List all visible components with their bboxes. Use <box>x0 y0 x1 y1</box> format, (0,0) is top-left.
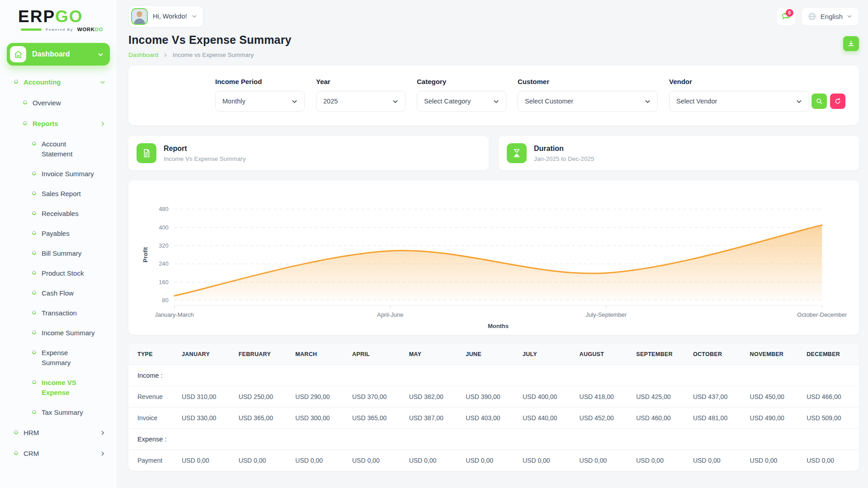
sidebar-item-label: Bill Summary <box>42 249 81 258</box>
x-axis-title: Months <box>488 323 509 329</box>
apply-filter-button[interactable] <box>811 94 827 109</box>
table-column-header: FEBRUARY <box>234 344 291 365</box>
summary-cards: Report Income Vs Expense Summary Duratio… <box>128 136 859 170</box>
main-content: Hi, Workdo! 0 English Income Vs Expense … <box>117 0 868 488</box>
x-tick-label: January-March <box>155 311 194 318</box>
duration-card-subtitle: Jan-2025 to Dec-2025 <box>534 155 594 162</box>
bullet-icon <box>31 141 37 146</box>
sidebar-list: Accounting Overview Reports <box>7 72 110 134</box>
filter-label: Income Period <box>215 78 305 85</box>
sidebar-report-list: Account StatementInvoice SummarySales Re… <box>7 134 110 422</box>
table-column-header: AUGUST <box>575 344 632 365</box>
breadcrumb: Dashboard Income vs Expense Summary <box>128 52 292 58</box>
page-title: Income Vs Expense Summary <box>128 33 292 47</box>
sidebar-item-cash-flow[interactable]: Cash Flow <box>7 283 110 303</box>
breadcrumb-home-link[interactable]: Dashboard <box>128 52 158 58</box>
chevron-down-icon <box>98 52 104 57</box>
sidebar-item-label: Account Statement <box>42 139 72 159</box>
sidebar-item-income-vs-expense[interactable]: Income VS Expense <box>7 373 110 403</box>
table-cell: USD 0,00 <box>632 450 689 471</box>
sidebar-item-expense-summary[interactable]: Expense Summary <box>7 343 110 373</box>
x-tick-label: April-June <box>377 311 403 318</box>
bullet-icon <box>31 349 37 355</box>
sidebar-item-transaction[interactable]: Transaction <box>7 303 110 323</box>
search-icon <box>816 98 823 105</box>
table-cell: USD 0,00 <box>405 450 462 471</box>
messages-button[interactable]: 0 <box>776 7 796 26</box>
table-cell: USD 440,00 <box>518 408 575 429</box>
table-column-header: MAY <box>405 344 462 365</box>
filter-selected-value: Monthly <box>222 98 245 105</box>
table-cell: USD 310,00 <box>177 386 234 408</box>
duration-card-title: Duration <box>534 145 594 153</box>
sidebar-item-product-stock[interactable]: Product Stock <box>7 263 110 283</box>
table-cell: USD 452,00 <box>575 408 632 429</box>
sidebar-item-label: Dashboard <box>32 50 92 58</box>
table-cell: USD 290,00 <box>291 386 348 408</box>
table-section-row: Income : <box>128 365 859 386</box>
bullet-icon <box>31 170 37 176</box>
notification-badge: 0 <box>786 9 793 17</box>
filter-select-customer[interactable]: Select Customer <box>518 91 658 112</box>
sidebar-item-label: Transaction <box>42 308 77 318</box>
filter-select-income-period[interactable]: Monthly <box>215 91 305 112</box>
sidebar-item-label: Tax Summary <box>42 408 83 418</box>
table-cell: USD 382,00 <box>405 386 462 408</box>
sidebar-item-receivables[interactable]: Receivables <box>7 204 110 224</box>
table-cell: USD 509,00 <box>802 408 859 429</box>
sidebar-item-sales-report[interactable]: Sales Report <box>7 184 110 204</box>
sidebar-item-crm[interactable]: CRM <box>7 443 110 464</box>
sidebar-item-account-statement[interactable]: Account Statement <box>7 134 110 164</box>
user-menu[interactable]: Hi, Workdo! <box>128 5 203 28</box>
reset-filter-button[interactable] <box>830 94 845 109</box>
home-icon <box>10 46 26 62</box>
table-column-header: MARCH <box>291 344 348 365</box>
chevron-down-icon <box>796 99 802 104</box>
filter-selected-value: Select Customer <box>525 98 573 105</box>
filter-select-category[interactable]: Select Category <box>417 91 506 112</box>
sidebar-item-reports[interactable]: Reports <box>7 113 110 134</box>
x-tick-label: October-December <box>797 311 847 318</box>
sidebar: ERPGO Powered By WORKDO Dashboard Accoun… <box>0 0 117 488</box>
app-logo[interactable]: ERPGO Powered By WORKDO <box>0 6 117 32</box>
chevron-down-icon <box>192 14 197 19</box>
bullet-icon <box>13 450 19 456</box>
sidebar-item-income-summary[interactable]: Income Summary <box>7 323 110 343</box>
chevron-down-icon <box>100 80 105 85</box>
sidebar-item-accounting[interactable]: Accounting <box>7 72 110 93</box>
sidebar-item-invoice-summary[interactable]: Invoice Summary <box>7 164 110 184</box>
document-icon <box>137 143 156 163</box>
profit-chart: 80160240320400480January-MarchApril-June… <box>138 191 849 331</box>
sidebar-item-label: Payables <box>42 229 70 239</box>
filter-label: Category <box>417 78 506 85</box>
sidebar-item-label: Receivables <box>42 209 79 219</box>
filter-group-vendor: VendorSelect Vendor <box>669 78 809 112</box>
download-button[interactable] <box>843 36 859 51</box>
table-cell: USD 0,00 <box>802 450 859 471</box>
report-card: Report Income Vs Expense Summary <box>128 136 489 170</box>
sidebar-item-bill-summary[interactable]: Bill Summary <box>7 244 110 263</box>
y-tick-label: 160 <box>159 279 169 286</box>
table-cell: USD 0,00 <box>234 450 291 471</box>
filter-select-vendor[interactable]: Select Vendor <box>669 91 809 112</box>
table-cell: USD 437,00 <box>689 386 745 408</box>
avatar <box>131 8 148 25</box>
sidebar-item-overview[interactable]: Overview <box>7 93 110 113</box>
sidebar-item-hrm[interactable]: HRM <box>7 422 110 443</box>
filter-selected-value: 2025 <box>323 98 338 105</box>
table-column-header: JULY <box>518 344 575 365</box>
bullet-icon <box>13 429 19 435</box>
filter-select-year[interactable]: 2025 <box>316 91 406 112</box>
table-header-row: TYPEJANUARYFEBRUARYMARCHAPRILMAYJUNEJULY… <box>128 344 859 365</box>
table-cell: USD 0,00 <box>575 450 632 471</box>
bullet-icon <box>31 230 37 236</box>
sidebar-item-tax-summary[interactable]: Tax Summary <box>7 403 110 422</box>
table-column-header: JANUARY <box>177 344 234 365</box>
language-selector[interactable]: English <box>801 7 859 26</box>
sidebar-item-payables[interactable]: Payables <box>7 224 110 244</box>
table-row: InvoiceUSD 330,00USD 365,00USD 300,00USD… <box>128 408 859 429</box>
income-expense-table: TYPEJANUARYFEBRUARYMARCHAPRILMAYJUNEJULY… <box>128 344 859 471</box>
filter-label: Customer <box>518 78 658 85</box>
sidebar-item-dashboard[interactable]: Dashboard <box>7 43 110 66</box>
filter-group-year: Year2025 <box>316 78 406 112</box>
